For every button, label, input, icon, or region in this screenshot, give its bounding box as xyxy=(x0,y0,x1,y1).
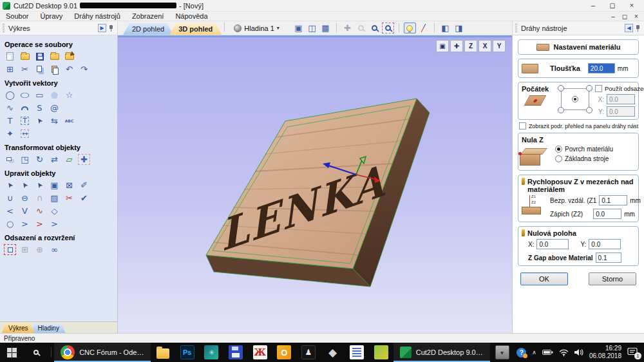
home-y-input[interactable]: 0.0 xyxy=(589,239,621,249)
copy-icon[interactable] xyxy=(33,64,46,75)
undo-icon[interactable]: ↶ xyxy=(63,64,75,75)
mdi-minimize-button[interactable]: – xyxy=(609,12,617,21)
trace-bitmap-icon[interactable]: ✦ xyxy=(4,128,16,139)
panel-pin-icon[interactable] xyxy=(636,25,639,29)
material-surface-radio[interactable] xyxy=(555,146,562,153)
intersect-vectors-icon[interactable]: ∩ xyxy=(33,193,46,204)
ok-button[interactable]: OK xyxy=(520,272,568,285)
photoshop-icon[interactable]: Ps xyxy=(175,343,200,362)
align-objects-icon[interactable]: ✚ xyxy=(78,154,90,165)
draw-rectangle-icon[interactable]: ▭ xyxy=(33,90,46,100)
view-along-z-icon[interactable]: Z xyxy=(464,40,477,52)
panel-tab-hladiny[interactable]: Hladiny xyxy=(32,323,66,333)
close-button[interactable]: × xyxy=(622,0,641,11)
origin-top-right-radio[interactable] xyxy=(586,85,592,91)
menu-4[interactable]: Nápověda xyxy=(169,12,213,21)
menu-0[interactable]: Soubor xyxy=(0,12,34,21)
help-tray-icon[interactable]: ? xyxy=(516,348,526,357)
menu-3[interactable]: Zobrazení xyxy=(126,12,170,21)
join-vectors-smooth-icon[interactable]: > xyxy=(33,218,46,229)
cut-vector-icon[interactable]: < xyxy=(4,205,16,216)
notification-center-icon[interactable]: 1 xyxy=(627,347,639,357)
measure-ruler-icon[interactable]: ╱ xyxy=(417,23,430,33)
view-along-y-icon[interactable]: Y xyxy=(493,40,506,52)
offset-x-input[interactable]: 0.0 xyxy=(607,94,635,104)
red-app-icon[interactable]: Ж xyxy=(248,343,272,362)
redo-icon[interactable]: ↷ xyxy=(78,64,90,75)
thickness-input[interactable]: 20.0 xyxy=(588,63,615,73)
tab-2d-view[interactable]: 2D pohled xyxy=(123,23,173,35)
zoom-tool-icon[interactable] xyxy=(355,23,367,33)
new-file-icon[interactable] xyxy=(4,51,16,62)
origin-top-left-radio[interactable] xyxy=(558,85,564,91)
fillet-tool-icon[interactable]: ○ xyxy=(4,218,16,229)
validate-vectors-icon[interactable]: ✔ xyxy=(78,193,90,204)
paste-icon[interactable] xyxy=(48,64,61,75)
draw-star-icon[interactable]: ☆ xyxy=(63,90,75,100)
join-vectors-move-icon[interactable]: > xyxy=(19,218,31,229)
view-along-x-icon[interactable]: X xyxy=(478,40,491,52)
minimize-button[interactable]: – xyxy=(583,0,603,11)
origin-center-radio[interactable] xyxy=(572,96,578,102)
measure-tool-icon[interactable]: ✐ xyxy=(78,180,90,191)
object-properties-icon[interactable]: ▣ xyxy=(48,180,61,191)
zgap-input[interactable]: 0.1 xyxy=(596,252,621,263)
join-vectors-straight-icon[interactable]: > xyxy=(48,218,61,229)
view-iso-icon[interactable]: ✚ xyxy=(450,40,463,52)
drag-grip[interactable] xyxy=(3,24,5,32)
clock[interactable]: 16:29 06.08.2018 xyxy=(589,345,621,361)
view-fit-icon[interactable]: ▣ xyxy=(436,40,449,52)
panel-slide-icon[interactable]: ◀ xyxy=(625,24,633,32)
open-file-icon[interactable] xyxy=(19,51,31,62)
panel-slide-icon[interactable]: ▶ xyxy=(98,24,106,32)
zoom-window-icon[interactable] xyxy=(368,23,381,33)
wifi-icon[interactable] xyxy=(559,349,569,356)
shading-toggle-icon[interactable] xyxy=(404,23,416,33)
show-detail-checkbox[interactable] xyxy=(519,122,526,129)
text-spacing-icon[interactable]: ⇆ xyxy=(48,115,61,126)
dark-app-icon[interactable]: ♟ xyxy=(296,343,321,362)
text-on-curve-icon[interactable]: ABC xyxy=(63,115,75,126)
tray-chevron-icon[interactable]: ∧ xyxy=(532,349,536,356)
nesting-icon[interactable]: ⊞ xyxy=(19,244,31,255)
import-vectors-icon[interactable] xyxy=(48,51,61,62)
explorer-icon[interactable] xyxy=(151,343,175,362)
use-offset-checkbox[interactable] xyxy=(595,85,602,92)
smooth-vector-icon[interactable]: ∿ xyxy=(33,205,46,216)
distort-object-icon[interactable]: ▱ xyxy=(63,154,75,165)
panel-pin-icon[interactable] xyxy=(109,25,113,29)
move-objects-icon[interactable] xyxy=(4,154,16,165)
cut-icon[interactable]: ✂ xyxy=(19,64,31,75)
draw-spiral-icon[interactable]: @ xyxy=(48,102,61,113)
draw-circle-icon[interactable]: ◯ xyxy=(4,90,16,100)
draw-text-icon[interactable]: T xyxy=(4,115,16,126)
inkscape-icon[interactable]: ◆ xyxy=(321,343,345,362)
menu-1[interactable]: Úpravy xyxy=(34,12,68,21)
butterfly-app-icon[interactable]: ✳ xyxy=(199,343,223,362)
menu-2[interactable]: Dráhy nástrojů xyxy=(68,12,126,21)
restore-button[interactable]: ◻ xyxy=(603,0,622,11)
vector-linking-icon[interactable]: ∞ xyxy=(48,244,61,255)
node-edit-tool-icon[interactable]: ➤ xyxy=(19,180,31,191)
delete-object-icon[interactable]: ⊠ xyxy=(63,180,75,191)
draw-text-box-icon[interactable]: T xyxy=(19,115,31,126)
origin-bottom-right-radio[interactable] xyxy=(586,107,592,113)
notes-app-icon[interactable] xyxy=(345,343,369,362)
offset-y-input[interactable]: 0.0 xyxy=(607,106,635,117)
snap-toggle-icon[interactable]: ▣ xyxy=(292,23,305,33)
draw-curve-icon[interactable]: S xyxy=(33,102,46,113)
edit-text-icon[interactable]: ➤ xyxy=(33,115,46,126)
battery-icon[interactable] xyxy=(542,349,553,356)
start-button[interactable] xyxy=(0,343,24,362)
offset-vectors-icon[interactable] xyxy=(4,244,16,255)
draw-ellipse-icon[interactable]: ◯ xyxy=(19,90,31,100)
panel-tab-vykres[interactable]: Výkres xyxy=(2,323,35,333)
cancel-button[interactable]: Storno xyxy=(589,272,636,285)
clearance-input[interactable]: 0.1 xyxy=(599,195,627,205)
draw-polyline-icon[interactable]: ∿ xyxy=(4,102,16,113)
material-setup-button[interactable]: Nastavení materiálu xyxy=(518,39,639,55)
origin-bottom-left-radio[interactable] xyxy=(558,107,564,113)
guides-toggle-icon[interactable]: ◫ xyxy=(306,23,318,33)
chrome-task[interactable]: CNC Fórum - Odes... xyxy=(54,343,151,362)
array-copy-icon[interactable]: ⊕ xyxy=(33,244,46,255)
